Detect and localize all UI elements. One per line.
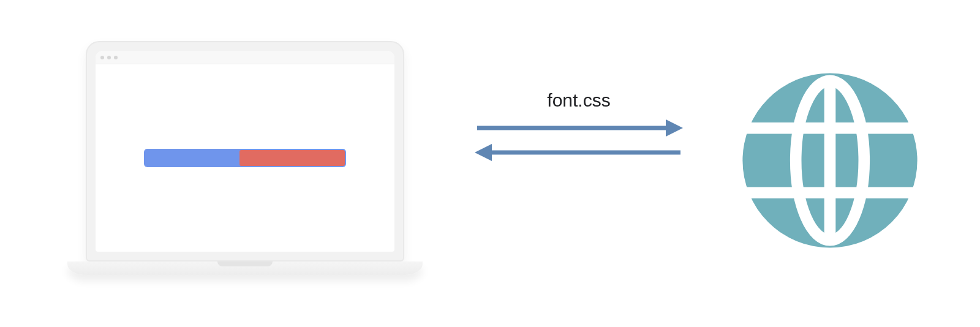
arrow-right-icon [475, 116, 683, 140]
window-dot-icon [114, 56, 118, 59]
svg-marker-3 [475, 144, 492, 161]
progress-bar-front [239, 150, 345, 166]
arrow-left-icon [475, 140, 683, 165]
request-label: font.css [475, 90, 683, 111]
progress-bar [144, 149, 346, 167]
window-dot-icon [107, 56, 111, 59]
svg-point-9 [742, 73, 917, 247]
laptop-base [67, 261, 423, 275]
laptop-notch [217, 261, 273, 266]
window-dot-icon [100, 56, 104, 59]
browser-content [96, 64, 394, 252]
diagram-container: font.css [0, 0, 980, 327]
request-arrows: font.css [475, 90, 683, 200]
globe-icon [735, 66, 925, 255]
laptop-illustration [67, 41, 423, 298]
laptop-screen-frame [86, 41, 404, 261]
browser-chrome [96, 51, 394, 64]
laptop-screen [96, 51, 394, 252]
svg-marker-1 [666, 119, 683, 137]
